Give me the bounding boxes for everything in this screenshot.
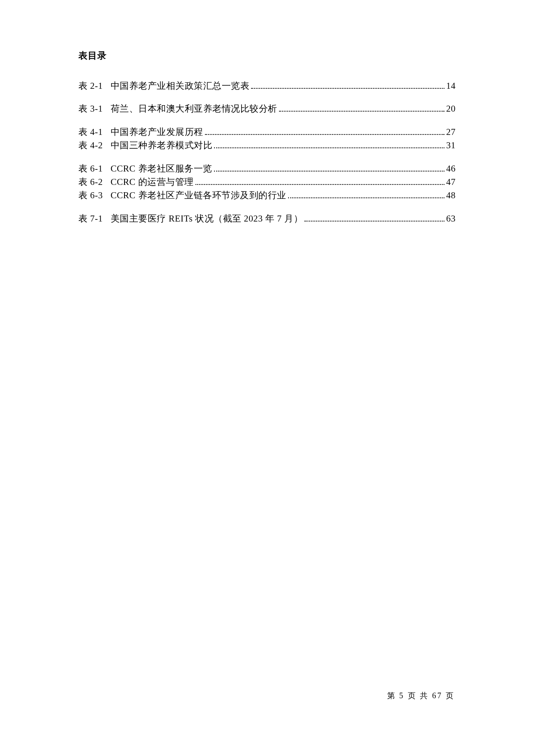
toc-entry: 表 3-1荷兰、日本和澳大利亚养老情况比较分析20 [78, 103, 456, 115]
toc-entry: 表 2-1中国养老产业相关政策汇总一览表14 [78, 80, 456, 92]
toc-entry-label: 表 3-1 [78, 103, 103, 115]
toc-leader-dots [251, 88, 444, 89]
toc-entry-label: 表 6-1 [78, 162, 103, 175]
toc-group: 表 3-1荷兰、日本和澳大利亚养老情况比较分析20 [78, 103, 456, 115]
toc-leader-dots [196, 184, 444, 185]
page-footer: 第 5 页 共 67 页 [387, 690, 455, 701]
footer-mid: 页 共 [408, 691, 429, 700]
toc-entry: 表 4-1中国养老产业发展历程27 [78, 126, 456, 138]
toc-leader-dots [214, 147, 444, 148]
toc-leader-dots [205, 134, 444, 135]
footer-suffix: 页 [446, 691, 455, 700]
footer-total-pages: 67 [432, 691, 443, 700]
toc-leader-dots [288, 197, 444, 198]
toc-entry-label: 表 4-2 [78, 139, 103, 152]
toc-entry-page: 27 [446, 126, 456, 138]
toc-group: 表 4-1中国养老产业发展历程27表 4-2中国三种养老养模式对比31 [78, 126, 456, 152]
toc-group: 表 2-1中国养老产业相关政策汇总一览表14 [78, 80, 456, 92]
toc-entry-page: 63 [446, 212, 456, 225]
toc-entry: 表 4-2中国三种养老养模式对比31 [78, 139, 456, 152]
toc-entry-title: 荷兰、日本和澳大利亚养老情况比较分析 [111, 103, 277, 115]
toc-entry: 表 7-1美国主要医疗 REITs 状况（截至 2023 年 7 月）63 [78, 212, 456, 225]
toc-list: 表 2-1中国养老产业相关政策汇总一览表14表 3-1荷兰、日本和澳大利亚养老情… [78, 80, 456, 225]
toc-entry-title: 中国养老产业发展历程 [111, 126, 203, 138]
toc-entry-title: 中国三种养老养模式对比 [111, 139, 213, 152]
footer-current-page: 5 [399, 691, 404, 700]
toc-leader-dots [304, 221, 444, 222]
toc-entry-page: 31 [446, 139, 456, 152]
toc-leader-dots [279, 111, 444, 112]
toc-entry-label: 表 7-1 [78, 212, 103, 225]
toc-entry-page: 47 [446, 176, 456, 188]
toc-entry-page: 14 [446, 80, 456, 92]
toc-entry-page: 48 [446, 189, 456, 202]
toc-entry-page: 20 [446, 103, 456, 115]
page-content: 表目录 表 2-1中国养老产业相关政策汇总一览表14表 3-1荷兰、日本和澳大利… [0, 0, 534, 225]
toc-entry-label: 表 4-1 [78, 126, 103, 138]
toc-entry: 表 6-1CCRC 养老社区服务一览46 [78, 162, 456, 175]
toc-entry-title: CCRC 养老社区产业链各环节涉及到的行业 [111, 189, 286, 202]
toc-leader-dots [214, 171, 444, 172]
toc-entry-title: 美国主要医疗 REITs 状况（截至 2023 年 7 月） [111, 212, 303, 225]
toc-entry-label: 表 6-2 [78, 176, 103, 188]
toc-entry: 表 6-2CCRC 的运营与管理47 [78, 176, 456, 188]
footer-prefix: 第 [387, 691, 396, 700]
toc-entry-label: 表 2-1 [78, 80, 103, 92]
toc-entry-page: 46 [446, 162, 456, 175]
toc-entry-title: 中国养老产业相关政策汇总一览表 [111, 80, 250, 92]
toc-entry-title: CCRC 养老社区服务一览 [111, 162, 212, 175]
toc-entry-title: CCRC 的运营与管理 [111, 176, 194, 188]
toc-group: 表 6-1CCRC 养老社区服务一览46表 6-2CCRC 的运营与管理47表 … [78, 162, 456, 202]
toc-heading: 表目录 [78, 50, 456, 62]
toc-entry: 表 6-3CCRC 养老社区产业链各环节涉及到的行业48 [78, 189, 456, 202]
toc-group: 表 7-1美国主要医疗 REITs 状况（截至 2023 年 7 月）63 [78, 212, 456, 225]
toc-entry-label: 表 6-3 [78, 189, 103, 202]
